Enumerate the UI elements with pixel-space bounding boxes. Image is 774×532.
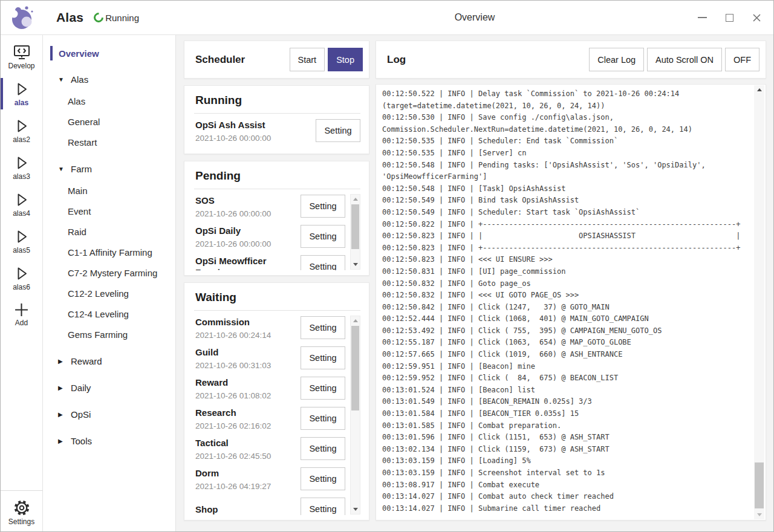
task-row: Guild 2021-10-26 00:31:03 Setting — [194, 343, 345, 373]
arrow-up-icon — [353, 319, 358, 322]
rail-item-develop[interactable]: Develop — [1, 41, 42, 73]
task-row: OpSi Ash Assist 2021-10-26 00:00:00 Sett… — [194, 115, 360, 146]
task-name: Dorm — [195, 467, 301, 479]
setting-button[interactable]: Setting — [301, 346, 345, 369]
sidebar-item-c12-2-leveling[interactable]: C12-2 Leveling — [43, 283, 175, 303]
task-name: Commission — [195, 316, 301, 328]
stop-button[interactable]: Stop — [328, 48, 363, 71]
waiting-scrollbar[interactable] — [350, 316, 360, 514]
task-name: Reward — [195, 377, 301, 388]
pending-scrollbar[interactable] — [350, 194, 360, 270]
app-title: Alas — [56, 10, 83, 25]
task-time: 2021-10-26 00:00:00 — [195, 134, 316, 143]
sidebar-item-c7-2-mystery-farming[interactable]: C7-2 Mystery Farming — [43, 262, 175, 283]
play-icon — [13, 265, 30, 282]
task-name: Tactical — [195, 437, 301, 449]
setting-button[interactable]: Setting — [301, 498, 345, 515]
scrollbar-thumb[interactable] — [351, 204, 359, 249]
sidebar-item-c1-1-affinity-farming[interactable]: C1-1 Affinity Farming — [43, 242, 175, 262]
autoscroll-off-button[interactable]: OFF — [725, 48, 759, 71]
scrollbar-down-button[interactable] — [351, 260, 360, 269]
task-name: SOS — [195, 195, 301, 206]
nav-group-alas[interactable]: ▼ Alas — [43, 69, 175, 89]
play-icon — [13, 118, 30, 134]
scrollbar-up-button[interactable] — [754, 85, 764, 94]
nav-group-tools[interactable]: ▶ Tools — [43, 430, 175, 451]
task-row: Research 2021-10-26 02:16:02 Setting — [194, 403, 345, 433]
rail-item-alas[interactable]: alas — [1, 77, 42, 110]
caret-right-icon: ▶ — [58, 358, 65, 365]
sidebar-item-general[interactable]: General — [43, 111, 175, 132]
scrollbar-up-button[interactable] — [351, 316, 360, 325]
add-instance-button[interactable]: Add — [1, 299, 42, 330]
scrollbar-down-button[interactable] — [754, 510, 764, 519]
log-panel: 00:12:50.522 | INFO | Delay task `Commis… — [376, 84, 766, 521]
nav-group-reward[interactable]: ▶ Reward — [43, 351, 175, 371]
window-controls — [697, 1, 773, 34]
rail-item-alas3[interactable]: alas3 — [1, 151, 42, 184]
task-time: 2021-10-26 00:00:00 — [195, 239, 301, 248]
setting-button[interactable]: Setting — [301, 437, 345, 460]
sidebar-item-c12-4-leveling[interactable]: C12-4 Leveling — [43, 303, 175, 324]
nav-group-opsi[interactable]: ▶ OpSi — [43, 404, 175, 424]
gear-icon — [13, 499, 30, 516]
log-header-card: Log Clear Log Auto Scroll ON OFF — [376, 41, 766, 79]
running-spinner-icon — [92, 11, 106, 25]
clear-log-button[interactable]: Clear Log — [589, 48, 644, 71]
setting-button[interactable]: Setting — [301, 407, 345, 430]
nav-sidebar: Overview ▼ Alas Alas General Restart ▼ F… — [43, 35, 176, 531]
rail-item-alas6[interactable]: alas6 — [1, 262, 42, 294]
autoscroll-on-button[interactable]: Auto Scroll ON — [647, 48, 722, 71]
rail-item-alas2[interactable]: alas2 — [1, 114, 42, 147]
minimize-button[interactable] — [697, 13, 707, 22]
scrollbar-up-button[interactable] — [351, 195, 360, 204]
sidebar-item-overview[interactable]: Overview — [43, 44, 175, 63]
rail-item-alas5[interactable]: alas5 — [1, 225, 42, 258]
caret-down-icon: ▼ — [58, 166, 65, 172]
arrow-down-icon — [353, 508, 358, 511]
close-button[interactable] — [752, 13, 761, 22]
task-row: Shop Setting — [194, 494, 345, 515]
task-row: SOS 2021-10-26 00:00:00 Setting — [194, 191, 345, 221]
setting-button[interactable]: Setting — [301, 255, 345, 270]
setting-button[interactable]: Setting — [301, 377, 345, 400]
sidebar-item-event[interactable]: Event — [43, 201, 175, 221]
scrollbar-down-button[interactable] — [351, 505, 360, 514]
sidebar-item-gems-farming[interactable]: Gems Farming — [43, 324, 175, 345]
sidebar-item-main[interactable]: Main — [43, 180, 175, 201]
scrollbar-thumb[interactable] — [755, 462, 764, 508]
sidebar-item-raid[interactable]: Raid — [43, 221, 175, 242]
task-time: 2021-10-26 00:31:03 — [195, 361, 301, 370]
rail-item-alas4[interactable]: alas4 — [1, 188, 42, 221]
arrow-down-icon — [353, 263, 358, 266]
settings-button[interactable]: Settings — [1, 496, 42, 529]
sidebar-item-restart[interactable]: Restart — [43, 132, 175, 152]
task-time: 2021-10-26 02:45:50 — [195, 452, 301, 461]
start-button[interactable]: Start — [290, 48, 325, 71]
scrollbar-thumb[interactable] — [351, 326, 359, 410]
play-icon — [13, 229, 30, 245]
log-scrollbar[interactable] — [754, 85, 764, 519]
setting-button[interactable]: Setting — [301, 195, 345, 218]
setting-button[interactable]: Setting — [316, 119, 360, 142]
waiting-card: Waiting Commission 2021-10-26 00:24:14 S… — [184, 282, 369, 521]
task-row: Tactical 2021-10-26 02:45:50 Setting — [194, 433, 345, 464]
arrow-up-icon — [757, 88, 762, 91]
rail-divider — [1, 490, 43, 491]
sidebar-item-alas[interactable]: Alas — [43, 91, 175, 111]
nav-group-farm[interactable]: ▼ Farm — [43, 158, 175, 179]
task-name: OpSi Daily — [195, 225, 301, 236]
pending-title: Pending — [194, 169, 360, 189]
task-name: OpSi Ash Assist — [195, 119, 316, 131]
caret-right-icon: ▶ — [58, 411, 65, 418]
main-content: Scheduler Start Stop Running OpSi Ash As… — [176, 35, 773, 531]
setting-button[interactable]: Setting — [301, 467, 345, 490]
pending-card: Pending SOS 2021-10-26 00:00:00 Setting … — [184, 161, 369, 276]
maximize-button[interactable] — [724, 13, 734, 22]
nav-group-daily[interactable]: ▶ Daily — [43, 377, 175, 398]
scheduler-column: Scheduler Start Stop Running OpSi Ash As… — [184, 41, 369, 521]
running-status: Running — [105, 13, 139, 23]
log-text: 00:12:50.522 | INFO | Delay task `Commis… — [382, 88, 745, 514]
setting-button[interactable]: Setting — [301, 316, 345, 339]
setting-button[interactable]: Setting — [301, 225, 345, 248]
